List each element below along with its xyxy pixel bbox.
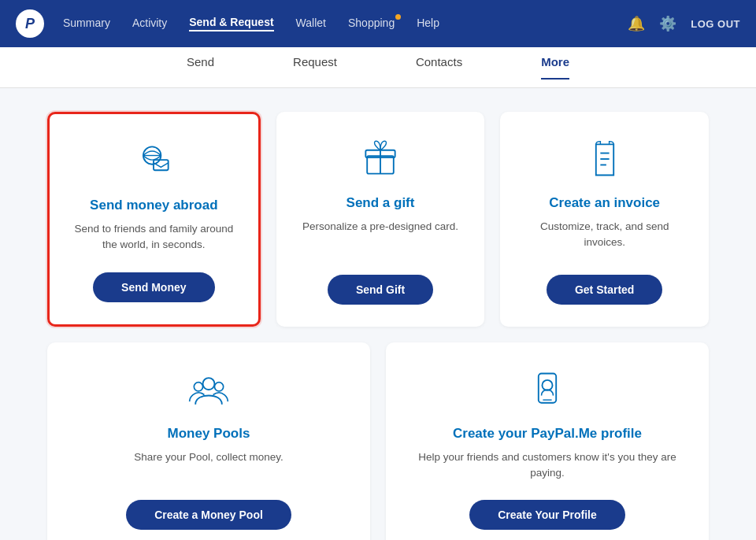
create-money-pool-button[interactable]: Create a Money Pool xyxy=(126,500,291,530)
create-invoice-icon xyxy=(581,135,628,183)
money-pools-desc: Share your Pool, collect money. xyxy=(134,449,284,482)
send-abroad-icon xyxy=(130,138,177,185)
send-gift-title: Send a gift xyxy=(346,195,415,211)
send-gift-icon xyxy=(357,135,404,183)
nav-summary[interactable]: Summary xyxy=(63,17,110,31)
bottom-cards-row: Money Pools Share your Pool, collect mon… xyxy=(47,342,709,541)
card-send-abroad: Send money abroad Send to friends and fa… xyxy=(47,112,261,327)
nav-wallet[interactable]: Wallet xyxy=(296,17,326,31)
send-gift-desc: Personalize a pre-designed card. xyxy=(302,219,458,256)
send-abroad-desc: Send to friends and family around the wo… xyxy=(69,221,239,253)
svg-point-9 xyxy=(203,378,215,390)
sub-nav-request[interactable]: Request xyxy=(293,55,337,80)
sub-nav-more[interactable]: More xyxy=(541,55,569,80)
sub-nav-send[interactable]: Send xyxy=(187,55,214,80)
card-send-gift: Send a gift Personalize a pre-designed c… xyxy=(276,112,485,327)
sub-navigation: Send Request Contacts More xyxy=(0,47,756,88)
create-profile-button[interactable]: Create Your Profile xyxy=(469,500,625,530)
sub-nav-contacts[interactable]: Contacts xyxy=(416,55,462,80)
svg-point-13 xyxy=(542,379,552,390)
svg-point-11 xyxy=(214,382,223,390)
main-content: Send money abroad Send to friends and fa… xyxy=(0,88,756,540)
card-create-invoice: Create an invoice Customize, track, and … xyxy=(500,112,709,327)
create-invoice-title: Create an invoice xyxy=(549,195,660,211)
card-money-pools: Money Pools Share your Pool, collect mon… xyxy=(47,342,370,541)
nav-send-request[interactable]: Send & Request xyxy=(189,16,273,31)
send-money-button[interactable]: Send Money xyxy=(93,272,214,302)
nav-shopping[interactable]: Shopping xyxy=(348,17,395,31)
svg-rect-2 xyxy=(154,160,169,170)
paypal-me-desc: Help your friends and customers know it'… xyxy=(405,449,690,482)
svg-rect-12 xyxy=(539,373,556,402)
top-navigation: P Summary Activity Send & Request Wallet… xyxy=(0,0,756,47)
svg-point-10 xyxy=(194,382,202,390)
nav-links: Summary Activity Send & Request Wallet S… xyxy=(63,16,628,31)
card-paypal-me: Create your PayPal.Me profile Help your … xyxy=(386,342,709,541)
money-pools-title: Money Pools xyxy=(168,426,250,442)
logout-button[interactable]: LOG OUT xyxy=(691,18,740,30)
money-pools-icon xyxy=(185,366,232,413)
create-invoice-desc: Customize, track, and send invoices. xyxy=(519,219,690,256)
send-abroad-title: Send money abroad xyxy=(90,198,217,213)
logo-letter: P xyxy=(25,16,35,32)
shopping-dot xyxy=(395,14,401,20)
top-cards-row: Send money abroad Send to friends and fa… xyxy=(47,112,709,327)
nav-right: 🔔 ⚙️ LOG OUT xyxy=(628,15,740,32)
notification-icon[interactable]: 🔔 xyxy=(628,15,645,32)
send-gift-button[interactable]: Send Gift xyxy=(328,275,433,305)
nav-help[interactable]: Help xyxy=(417,17,439,31)
settings-icon[interactable]: ⚙️ xyxy=(659,15,676,32)
paypal-me-title: Create your PayPal.Me profile xyxy=(453,426,642,442)
nav-activity[interactable]: Activity xyxy=(132,17,167,31)
get-started-button[interactable]: Get Started xyxy=(547,275,662,305)
paypal-logo: P xyxy=(16,9,44,38)
paypal-me-icon xyxy=(524,366,571,413)
